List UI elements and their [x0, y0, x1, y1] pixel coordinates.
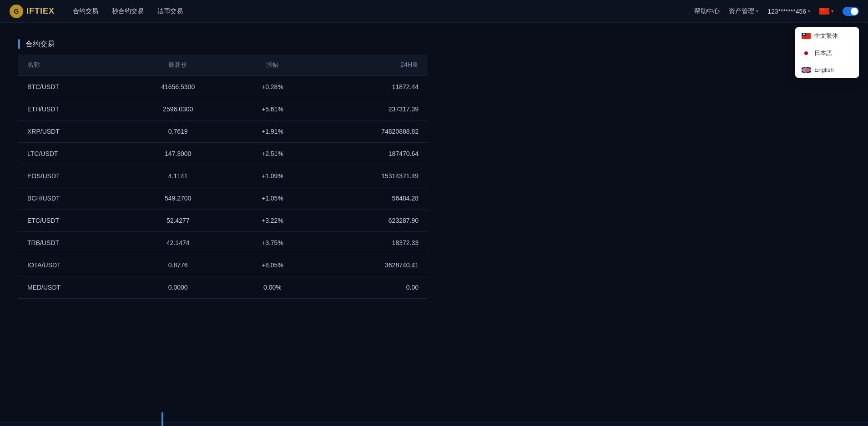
table-row[interactable]: LTC/USDT147.3000+2.51%187470.64: [18, 143, 428, 165]
language-selector[interactable]: ▾: [819, 8, 833, 15]
user-dropdown[interactable]: 123*******456 ▾: [767, 8, 810, 15]
col-header-volume: 24H量: [313, 55, 428, 76]
col-header-change: 涨幅: [231, 55, 313, 76]
table-header: 名称 最新价 涨幅 24H量: [18, 55, 428, 76]
asset-management-dropdown[interactable]: 资产管理 ▾: [729, 7, 758, 15]
table-row[interactable]: EOS/USDT4.1141+1.09%15314371.49: [18, 165, 428, 187]
help-center-link[interactable]: 帮助中心: [694, 7, 720, 15]
lang-item-zh-tw[interactable]: 中文繁体: [795, 27, 859, 45]
nav-links: 合约交易 秒合约交易 法币交易: [73, 7, 694, 15]
cell-change: +0.28%: [231, 76, 313, 98]
lang-item-ja[interactable]: 日本語: [795, 45, 859, 62]
asset-management-chevron: ▾: [756, 9, 758, 14]
cell-name: BCH/USDT: [18, 187, 125, 210]
nav-link-futures[interactable]: 合约交易: [73, 7, 98, 15]
cell-price: 2596.0300: [125, 98, 232, 120]
asset-management-label: 资产管理: [729, 7, 754, 15]
nav-link-second-futures[interactable]: 秒合约交易: [112, 7, 144, 15]
table-row[interactable]: MED/USDT0.00000.00%0.00: [18, 276, 428, 299]
cell-name: BTC/USDT: [18, 76, 125, 98]
lang-label-zh-tw: 中文繁体: [814, 32, 838, 40]
cell-volume: 187470.64: [313, 143, 428, 165]
cell-change: +3.22%: [231, 210, 313, 232]
page-title-bar: 合约交易: [18, 32, 868, 55]
cell-price: 0.0000: [125, 276, 232, 299]
cell-price: 0.7619: [125, 120, 232, 143]
cell-volume: 18372.33: [313, 232, 428, 254]
title-bar-accent: [18, 39, 20, 49]
cell-change: +1.09%: [231, 165, 313, 187]
svg-text:G: G: [14, 8, 19, 15]
cell-name: ETH/USDT: [18, 98, 125, 120]
cell-change: +5.61%: [231, 98, 313, 120]
theme-toggle[interactable]: [843, 7, 859, 16]
lang-item-en[interactable]: English: [795, 62, 859, 78]
cell-price: 41656.5300: [125, 76, 232, 98]
page-title: 合约交易: [25, 40, 55, 49]
flag-tw-icon: [802, 33, 811, 39]
user-id-label: 123*******456: [767, 8, 806, 15]
cell-volume: 237317.39: [313, 98, 428, 120]
bottom-bar: [0, 422, 868, 426]
table-row[interactable]: TRB/USDT42.1474+3.75%18372.33: [18, 232, 428, 254]
svg-point-12: [804, 51, 808, 55]
table-row[interactable]: XRP/USDT0.7619+1.91%74820888.82: [18, 120, 428, 143]
cell-change: 0.00%: [231, 276, 313, 299]
table-row[interactable]: IOTA/USDT0.8776+8.05%3628740.41: [18, 254, 428, 276]
lang-label-en: English: [814, 66, 834, 73]
cell-name: TRB/USDT: [18, 232, 125, 254]
flag-gb-icon: [802, 67, 811, 73]
svg-rect-2: [819, 8, 829, 15]
main-content: 合约交易 名称 最新价 涨幅 24H量 BTC/USDT41656.5300+0…: [0, 23, 868, 308]
nav-right: 帮助中心 资产管理 ▾ 123*******456 ▾ ▾: [694, 7, 859, 16]
table-body: BTC/USDT41656.5300+0.28%11872.44ETH/USDT…: [18, 76, 428, 299]
cell-change: +8.05%: [231, 254, 313, 276]
language-dropdown: 中文繁体 日本語 English: [795, 27, 859, 78]
cell-price: 147.3000: [125, 143, 232, 165]
cell-volume: 11872.44: [313, 76, 428, 98]
cell-price: 0.8776: [125, 254, 232, 276]
svg-point-10: [803, 34, 805, 35]
cell-price: 42.1474: [125, 232, 232, 254]
cell-name: EOS/USDT: [18, 165, 125, 187]
cell-volume: 623287.90: [313, 210, 428, 232]
lang-label-ja: 日本語: [814, 49, 832, 57]
cell-volume: 74820888.82: [313, 120, 428, 143]
cell-volume: 56484.28: [313, 187, 428, 210]
trading-table-container: 名称 最新价 涨幅 24H量 BTC/USDT41656.5300+0.28%1…: [18, 55, 428, 299]
table-row[interactable]: ETH/USDT2596.0300+5.61%237317.39: [18, 98, 428, 120]
user-chevron: ▾: [808, 9, 810, 14]
table-row[interactable]: ETC/USDT52.4277+3.22%623287.90: [18, 210, 428, 232]
logo-text: IFTIEX: [26, 6, 55, 16]
cell-change: +1.05%: [231, 187, 313, 210]
logo-icon: G: [9, 4, 24, 19]
cell-name: ETC/USDT: [18, 210, 125, 232]
cell-price: 52.4277: [125, 210, 232, 232]
logo[interactable]: G IFTIEX: [9, 4, 55, 19]
cell-volume: 3628740.41: [313, 254, 428, 276]
flag-jp-icon: [802, 50, 811, 56]
cell-name: IOTA/USDT: [18, 254, 125, 276]
table-row[interactable]: BCH/USDT549.2700+1.05%56484.28: [18, 187, 428, 210]
cell-change: +2.51%: [231, 143, 313, 165]
flag-cn-icon: [819, 8, 829, 15]
cell-volume: 15314371.49: [313, 165, 428, 187]
nav-link-fiat[interactable]: 法币交易: [157, 7, 183, 15]
cell-name: LTC/USDT: [18, 143, 125, 165]
cell-change: +3.75%: [231, 232, 313, 254]
bottom-bar-accent: [161, 412, 163, 426]
cell-change: +1.91%: [231, 120, 313, 143]
cell-price: 549.2700: [125, 187, 232, 210]
trading-table: 名称 最新价 涨幅 24H量 BTC/USDT41656.5300+0.28%1…: [18, 55, 428, 299]
language-chevron: ▾: [831, 9, 833, 14]
col-header-name: 名称: [18, 55, 125, 76]
cell-volume: 0.00: [313, 276, 428, 299]
cell-name: MED/USDT: [18, 276, 125, 299]
cell-price: 4.1141: [125, 165, 232, 187]
col-header-price: 最新价: [125, 55, 232, 76]
navbar: G IFTIEX 合约交易 秒合约交易 法币交易 帮助中心 资产管理 ▾ 123…: [0, 0, 868, 23]
table-row[interactable]: BTC/USDT41656.5300+0.28%11872.44: [18, 76, 428, 98]
cell-name: XRP/USDT: [18, 120, 125, 143]
